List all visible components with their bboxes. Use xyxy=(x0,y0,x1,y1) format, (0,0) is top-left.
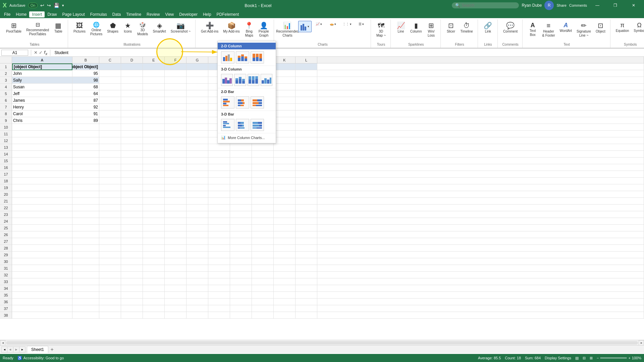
cell[interactable] xyxy=(121,171,143,178)
cell[interactable] xyxy=(99,84,121,90)
cell[interactable] xyxy=(252,184,274,191)
cell[interactable] xyxy=(274,90,296,97)
cell[interactable] xyxy=(99,117,121,124)
cell[interactable] xyxy=(230,245,252,252)
cell[interactable] xyxy=(186,252,208,258)
cell[interactable] xyxy=(121,77,143,84)
cell[interactable] xyxy=(296,137,317,144)
cell[interactable] xyxy=(252,252,274,258)
col-header-a[interactable]: A xyxy=(12,57,72,63)
col-header-d[interactable]: D xyxy=(121,57,143,63)
header-footer-button[interactable]: ≡ Header& Footer xyxy=(540,21,557,39)
cell[interactable] xyxy=(121,191,143,198)
cell[interactable] xyxy=(165,305,186,312)
cell[interactable] xyxy=(274,245,296,252)
cell[interactable] xyxy=(186,238,208,245)
col-header-e[interactable]: E xyxy=(143,57,165,63)
cell[interactable] xyxy=(252,144,274,151)
cell[interactable] xyxy=(143,252,165,258)
cell[interactable] xyxy=(143,299,165,305)
cell[interactable] xyxy=(12,131,72,137)
cell[interactable] xyxy=(121,151,143,157)
col-header-g[interactable]: G xyxy=(186,57,208,63)
cell[interactable] xyxy=(99,312,121,319)
row-number[interactable]: 22 xyxy=(0,205,12,211)
cell[interactable] xyxy=(143,178,165,184)
cell[interactable] xyxy=(186,285,208,292)
cell[interactable] xyxy=(296,144,317,151)
menu-view[interactable]: View xyxy=(162,11,176,17)
zoom-in-icon[interactable]: + xyxy=(628,356,630,360)
line-dropdown-arrow[interactable]: ▾ xyxy=(320,22,322,26)
cell[interactable] xyxy=(274,252,296,258)
cell[interactable] xyxy=(230,305,252,312)
cell[interactable] xyxy=(274,258,296,265)
row-number[interactable]: 11 xyxy=(0,131,12,137)
confirm-formula-icon[interactable]: ✓ xyxy=(39,50,43,55)
cell[interactable] xyxy=(296,178,317,184)
cell[interactable] xyxy=(165,157,186,164)
row-number[interactable]: 27 xyxy=(0,238,12,245)
cell[interactable] xyxy=(208,305,230,312)
sheet-tab-nav-right[interactable]: ▸ xyxy=(19,347,25,353)
cell[interactable] xyxy=(12,292,72,299)
menu-help[interactable]: Help xyxy=(200,11,214,17)
cell[interactable] xyxy=(165,205,186,211)
cell[interactable]: 91 xyxy=(72,110,99,117)
cell[interactable] xyxy=(296,184,317,191)
3d-models-button[interactable]: 🎲 3DModels xyxy=(135,21,150,38)
row-number[interactable]: 8 xyxy=(0,110,12,117)
cell[interactable] xyxy=(252,205,274,211)
cell[interactable] xyxy=(208,211,230,218)
cell[interactable] xyxy=(274,124,296,131)
cell[interactable] xyxy=(208,299,230,305)
row-number[interactable]: 32 xyxy=(0,272,12,278)
cell[interactable] xyxy=(121,124,143,131)
cell[interactable] xyxy=(121,278,143,285)
cell[interactable] xyxy=(72,258,99,265)
cell[interactable] xyxy=(186,312,208,319)
cell[interactable] xyxy=(72,164,99,171)
cell[interactable] xyxy=(99,131,121,137)
cell[interactable] xyxy=(99,157,121,164)
cell[interactable] xyxy=(296,157,317,164)
cell[interactable] xyxy=(99,238,121,245)
cell[interactable] xyxy=(165,252,186,258)
cell[interactable] xyxy=(296,171,317,178)
cell[interactable] xyxy=(121,90,143,97)
cell[interactable] xyxy=(72,238,99,245)
cell[interactable] xyxy=(252,305,274,312)
scroll-right-btn[interactable]: ▸ xyxy=(639,340,644,346)
cell[interactable] xyxy=(143,151,165,157)
cell[interactable]: 87 xyxy=(72,97,99,104)
cell[interactable] xyxy=(274,184,296,191)
cell[interactable] xyxy=(12,299,72,305)
cell[interactable] xyxy=(99,211,121,218)
cell[interactable] xyxy=(72,124,99,131)
cell[interactable] xyxy=(165,225,186,231)
chart-2dbar-clustered-btn[interactable] xyxy=(221,96,234,108)
cell[interactable] xyxy=(99,305,121,312)
cell[interactable] xyxy=(296,218,317,225)
cell[interactable] xyxy=(143,245,165,252)
menu-file[interactable]: File xyxy=(1,11,13,17)
cell[interactable] xyxy=(121,97,143,104)
chart-3d-stacked-btn[interactable] xyxy=(234,74,246,86)
redo-icon[interactable]: ↪ xyxy=(47,3,51,8)
cell[interactable] xyxy=(72,144,99,151)
cell[interactable] xyxy=(165,191,186,198)
cell[interactable] xyxy=(165,272,186,278)
cell[interactable] xyxy=(186,157,208,164)
cell[interactable] xyxy=(72,171,99,178)
row-number[interactable]: 17 xyxy=(0,171,12,178)
cell[interactable] xyxy=(99,198,121,205)
cell[interactable] xyxy=(143,164,165,171)
cell[interactable] xyxy=(165,184,186,191)
cell[interactable] xyxy=(296,312,317,319)
cell[interactable] xyxy=(12,312,72,319)
cell[interactable] xyxy=(208,245,230,252)
row-number[interactable]: 38 xyxy=(0,312,12,319)
cell[interactable] xyxy=(121,117,143,124)
col-header-b[interactable]: B xyxy=(72,57,99,63)
cell[interactable] xyxy=(143,77,165,84)
